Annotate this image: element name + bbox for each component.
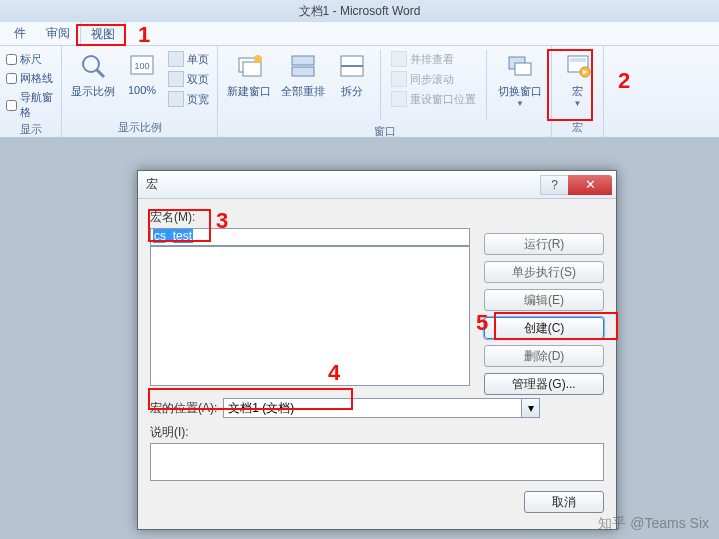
arrange-icon — [287, 50, 319, 82]
macro-location-combo[interactable]: 文档1 (文档) ▾ — [223, 398, 540, 418]
new-window-icon — [233, 50, 265, 82]
dialog-close-button[interactable]: ✕ — [568, 175, 612, 195]
annotation-3: 3 — [216, 208, 228, 234]
btn-new-window[interactable]: 新建窗口 — [224, 48, 274, 99]
app-title: 文档1 - Microsoft Word — [299, 3, 421, 20]
tab-review[interactable]: 审阅 — [36, 21, 80, 46]
macro-desc-label: 说明(I): — [150, 424, 604, 441]
macro-desc-input[interactable] — [150, 443, 604, 481]
chevron-down-icon[interactable]: ▾ — [521, 399, 539, 417]
ribbon: 标尺 网格线 导航窗格 显示 显示比例 100 100% 单页 — [0, 46, 719, 138]
btn-run[interactable]: 运行(R) — [484, 233, 604, 255]
sync-scroll-icon — [391, 71, 407, 87]
reset-pos-icon — [391, 91, 407, 107]
macro-location-label: 宏的位置(A): — [150, 400, 217, 417]
group-macros-label: 宏 — [558, 118, 597, 137]
dialog-help-button[interactable]: ? — [540, 175, 568, 195]
svg-rect-7 — [292, 56, 314, 65]
two-page-icon — [168, 71, 184, 87]
btn-page-width[interactable]: 页宽 — [166, 90, 211, 108]
group-zoom: 显示比例 100 100% 单页 双页 页宽 显示比例 — [62, 46, 218, 137]
svg-rect-5 — [243, 62, 261, 76]
btn-side-by-side: 并排查看 — [389, 50, 478, 68]
svg-rect-12 — [515, 63, 531, 75]
magnifier-icon — [77, 50, 109, 82]
page-width-icon — [168, 91, 184, 107]
chk-nav-pane[interactable]: 导航窗格 — [6, 90, 55, 120]
split-icon — [336, 50, 368, 82]
btn-edit[interactable]: 编辑(E) — [484, 289, 604, 311]
svg-line-1 — [97, 70, 104, 77]
svg-text:100: 100 — [134, 61, 149, 71]
svg-point-6 — [254, 55, 262, 63]
btn-one-page[interactable]: 单页 — [166, 50, 211, 68]
btn-step[interactable]: 单步执行(S) — [484, 261, 604, 283]
macro-icon — [562, 50, 594, 82]
svg-rect-14 — [570, 58, 586, 62]
annotation-5: 5 — [476, 310, 488, 336]
group-zoom-label: 显示比例 — [68, 118, 211, 137]
macro-list[interactable] — [150, 246, 470, 386]
group-macros: 宏 ▼ 宏 — [552, 46, 604, 137]
macro-name-input[interactable]: cs_test — [150, 228, 470, 246]
btn-zoom[interactable]: 显示比例 — [68, 48, 118, 99]
annotation-2: 2 — [618, 68, 630, 94]
btn-delete[interactable]: 删除(D) — [484, 345, 604, 367]
dialog-title: 宏 — [146, 176, 540, 193]
macro-dialog: 宏 ? ✕ 宏名(M): cs_test 运行(R) 单步执行(S) 编辑(E)… — [137, 170, 617, 530]
group-show-label: 显示 — [6, 120, 55, 139]
btn-reset-pos: 重设窗口位置 — [389, 90, 478, 108]
btn-create[interactable]: 创建(C) — [484, 317, 604, 339]
group-window: 新建窗口 全部重排 拆分 并排查看 同步滚动 重设窗口位置 切换窗口 ▼ — [218, 46, 552, 137]
watermark: 知乎 @Teams Six — [598, 515, 709, 533]
side-by-side-icon — [391, 51, 407, 67]
macro-location-value: 文档1 (文档) — [228, 400, 294, 417]
switch-window-icon — [504, 50, 536, 82]
app-titlebar: 文档1 - Microsoft Word — [0, 0, 719, 22]
btn-organizer[interactable]: 管理器(G)... — [484, 373, 604, 395]
btn-sync-scroll: 同步滚动 — [389, 70, 478, 88]
dialog-titlebar[interactable]: 宏 ? ✕ — [138, 171, 616, 199]
chk-ruler[interactable]: 标尺 — [6, 52, 55, 67]
ribbon-tabs: 件 审阅 视图 — [0, 22, 719, 46]
annotation-1: 1 — [138, 22, 150, 48]
btn-macros[interactable]: 宏 ▼ — [558, 48, 597, 108]
btn-switch-window[interactable]: 切换窗口 ▼ — [495, 48, 545, 108]
tab-view[interactable]: 视图 — [80, 21, 126, 47]
annotation-4: 4 — [328, 360, 340, 386]
svg-rect-8 — [292, 67, 314, 76]
svg-point-0 — [83, 56, 99, 72]
btn-arrange-all[interactable]: 全部重排 — [278, 48, 328, 99]
btn-two-page[interactable]: 双页 — [166, 70, 211, 88]
one-page-icon — [168, 51, 184, 67]
hundred-icon: 100 — [126, 50, 158, 82]
btn-100[interactable]: 100 100% — [122, 48, 162, 96]
group-show: 标尺 网格线 导航窗格 显示 — [0, 46, 62, 137]
chk-gridlines[interactable]: 网格线 — [6, 71, 55, 86]
btn-cancel[interactable]: 取消 — [524, 491, 604, 513]
tab-file-partial[interactable]: 件 — [4, 21, 36, 46]
btn-split[interactable]: 拆分 — [332, 48, 372, 99]
